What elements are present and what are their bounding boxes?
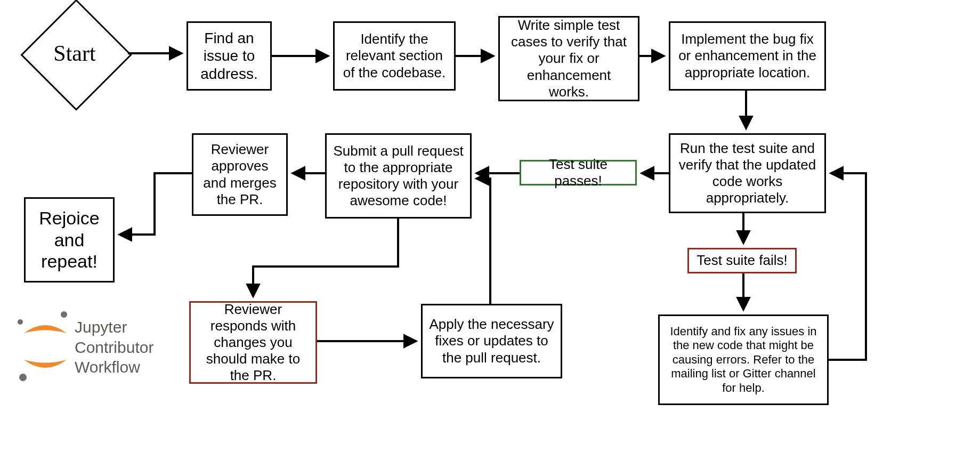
node-write-tests-label: Write simple test cases to verify that y… <box>505 17 633 100</box>
logo-line3: Workflow <box>75 357 153 377</box>
node-fix-issues-label: Identify and fix any issues in the new c… <box>665 325 822 395</box>
node-apply-fixes: Apply the necessary fixes or updates to … <box>421 304 562 378</box>
svg-point-13 <box>19 374 27 381</box>
node-fix-issues: Identify and fix any issues in the new c… <box>658 314 829 405</box>
node-implement: Implement the bug fix or enhancement in … <box>669 21 826 91</box>
jupyter-logo <box>13 309 72 384</box>
logo-line1: Jupyter <box>75 317 153 337</box>
node-start: Start <box>21 0 128 107</box>
node-reviewer-changes-label: Reviewer responds with changes you shoul… <box>196 301 310 384</box>
node-test-pass: Test suite passes! <box>520 160 637 185</box>
node-find-issue: Find an issue to address. <box>187 21 272 91</box>
node-rejoice: Rejoice and repeat! <box>24 197 115 283</box>
node-submit-pr: Submit a pull request to the appropriate… <box>325 133 472 219</box>
node-implement-label: Implement the bug fix or enhancement in … <box>676 31 819 81</box>
node-identify-section-label: Identify the relevant section of the cod… <box>340 31 449 81</box>
node-rejoice-label: Rejoice and repeat! <box>31 207 108 272</box>
flowchart-edges <box>0 0 980 460</box>
svg-point-11 <box>61 311 67 318</box>
node-start-label: Start <box>21 0 128 107</box>
svg-point-12 <box>18 319 23 325</box>
node-write-tests: Write simple test cases to verify that y… <box>498 16 639 101</box>
node-test-pass-label: Test suite passes! <box>527 156 630 189</box>
flowchart-canvas: Start Find an issue to address. Identify… <box>0 0 980 460</box>
node-submit-pr-label: Submit a pull request to the appropriate… <box>332 143 465 209</box>
node-identify-section: Identify the relevant section of the cod… <box>333 21 456 91</box>
logo-line2: Contributor <box>75 337 153 358</box>
node-test-fail: Test suite fails! <box>687 248 797 273</box>
node-apply-fixes-label: Apply the necessary fixes or updates to … <box>428 316 555 366</box>
node-find-issue-label: Find an issue to address. <box>193 29 265 83</box>
node-test-fail-label: Test suite fails! <box>696 252 788 269</box>
node-run-tests-label: Run the test suite and verify that the u… <box>676 140 819 207</box>
node-reviewer-merge-label: Reviewer approves and merges the PR. <box>199 141 281 208</box>
node-run-tests: Run the test suite and verify that the u… <box>669 133 826 213</box>
node-reviewer-changes: Reviewer responds with changes you shoul… <box>189 301 317 384</box>
logo-text: Jupyter Contributor Workflow <box>75 317 153 377</box>
node-reviewer-merge: Reviewer approves and merges the PR. <box>192 133 288 216</box>
